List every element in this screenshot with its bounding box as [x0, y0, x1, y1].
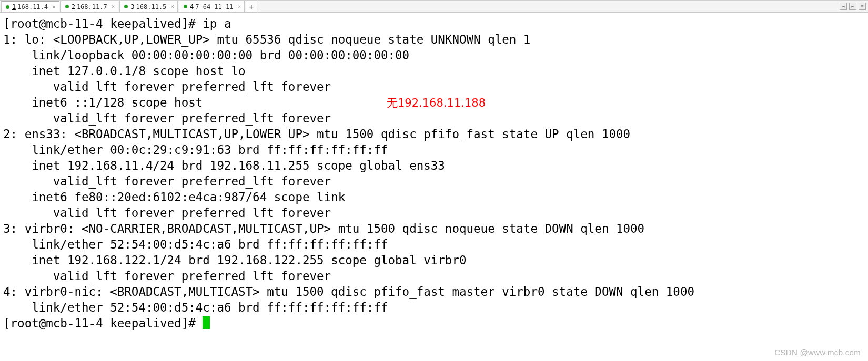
- scroll-left-icon[interactable]: ◄: [840, 3, 847, 10]
- close-icon[interactable]: ×: [237, 3, 241, 10]
- toolbar-right-controls: ◄ ► ≡: [840, 3, 866, 10]
- output-line: valid_lft forever preferred_lft forever: [3, 80, 331, 94]
- output-line: valid_lft forever preferred_lft forever: [3, 269, 331, 283]
- tab-label: 168.11.4: [17, 3, 48, 11]
- prompt-line: [root@mcb-11-4 keepalived]#: [3, 316, 203, 330]
- tab-1[interactable]: 1 168.11.4 ×: [1, 1, 59, 12]
- status-dot-icon: [65, 5, 69, 8]
- watermark-text: CSDN @www.mcb.com: [774, 348, 861, 357]
- output-line: inet 127.0.0.1/8 scope host lo: [3, 64, 246, 78]
- output-line: inet 192.168.122.1/24 brd 192.168.122.25…: [3, 253, 467, 267]
- output-line: link/ether 52:54:00:d5:4c:a6 brd ff:ff:f…: [3, 301, 388, 314]
- output-line: valid_lft forever preferred_lft forever: [3, 111, 331, 125]
- output-line: valid_lft forever preferred_lft forever: [3, 174, 331, 188]
- tab-label: 168.11.5: [136, 3, 167, 11]
- output-line: inet6 fe80::20ed:6102:e4ca:987/64 scope …: [3, 190, 352, 204]
- output-line: inet6 ::1/128 scope host: [3, 96, 210, 109]
- close-icon[interactable]: ×: [170, 3, 174, 10]
- tab-num: 2: [72, 3, 75, 11]
- output-line: 4: virbr0-nic: <BROADCAST,MULTICAST> mtu…: [3, 285, 694, 298]
- cursor-icon: [203, 316, 210, 329]
- output-line: 1: lo: <LOOPBACK,UP,LOWER_UP> mtu 65536 …: [3, 33, 530, 46]
- prompt-line: [root@mcb-11-4 keepalived]# ip a: [3, 17, 231, 30]
- output-line: link/ether 00:0c:29:c9:91:63 brd ff:ff:f…: [3, 143, 388, 157]
- status-dot-icon: [184, 5, 187, 8]
- tab-bar: 1 168.11.4 × 2 168.11.7 × 3 168.11.5 × 4…: [0, 0, 868, 13]
- output-line: valid_lft forever preferred_lft forever: [3, 206, 331, 220]
- output-line: 3: virbr0: <NO-CARRIER,BROADCAST,MULTICA…: [3, 222, 644, 235]
- tab-num: 4: [190, 3, 194, 11]
- scroll-right-icon[interactable]: ►: [849, 3, 856, 10]
- output-line: link/loopback 00:00:00:00:00:00 brd 00:0…: [3, 48, 409, 62]
- tab-4[interactable]: 4 7-64-11-11 ×: [179, 1, 245, 12]
- tab-menu-icon[interactable]: ≡: [859, 3, 866, 10]
- close-icon[interactable]: ×: [52, 4, 56, 11]
- output-line: link/ether 52:54:00:d5:4c:a6 brd ff:ff:f…: [3, 238, 388, 251]
- tab-label: 7-64-11-11: [195, 3, 233, 11]
- close-icon[interactable]: ×: [112, 3, 115, 10]
- status-dot-icon: [6, 5, 9, 9]
- terminal-output[interactable]: [root@mcb-11-4 keepalived]# ip a 1: lo: …: [0, 13, 868, 332]
- tab-label: 168.11.7: [77, 3, 107, 11]
- output-line: inet 192.168.11.4/24 brd 192.168.11.255 …: [3, 159, 445, 172]
- add-tab-button[interactable]: +: [246, 1, 257, 12]
- output-line: 2: ens33: <BROADCAST,MULTICAST,UP,LOWER_…: [3, 127, 630, 141]
- tab-3[interactable]: 3 168.11.5 ×: [119, 1, 178, 12]
- tab-num: 3: [130, 3, 134, 11]
- tab-num: 1: [12, 3, 16, 11]
- status-dot-icon: [124, 5, 128, 8]
- annotation-text: 无192.168.11.188: [387, 96, 486, 110]
- terminal-pane[interactable]: [root@mcb-11-4 keepalived]# ip a 1: lo: …: [0, 13, 868, 361]
- tab-2[interactable]: 2 168.11.7 ×: [60, 1, 119, 12]
